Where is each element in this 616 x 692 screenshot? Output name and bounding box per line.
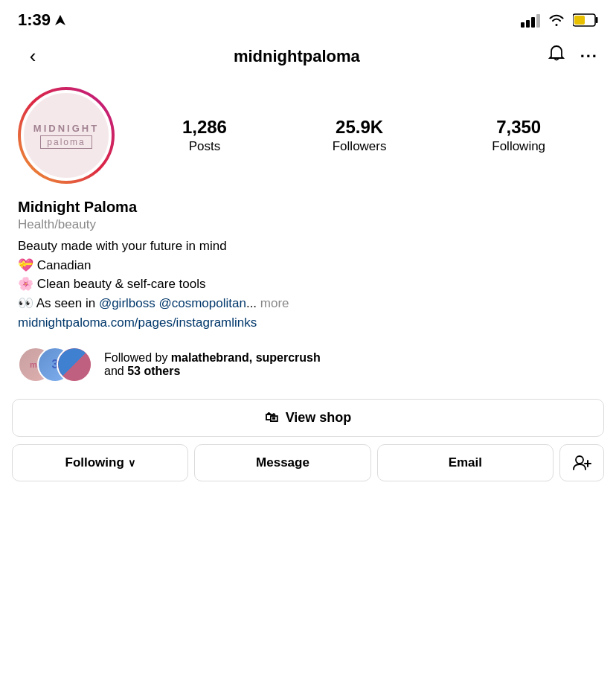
stat-posts[interactable]: 1,286 Posts	[182, 117, 227, 154]
bio-text: Beauty made with your future in mind 💝 C…	[18, 237, 598, 313]
follower-names[interactable]: malathebrand, supercrush	[171, 351, 321, 364]
mention-cosmopolitan[interactable]: @cosmopolitan	[158, 296, 246, 310]
bio-line-4: 👀 As seen in @girlboss @cosmopolitan... …	[18, 294, 598, 313]
following-count: 7,350	[496, 117, 541, 138]
status-bar: 1:39	[0, 0, 616, 37]
time-display: 1:39	[18, 10, 51, 30]
following-button[interactable]: Following ∨	[12, 444, 188, 481]
bio-link[interactable]: midnightpaloma.com/pages/instagramlinks	[18, 315, 598, 330]
avatar-brand-bottom: paloma	[40, 135, 92, 149]
followed-by-text: Followed by malathebrand, supercrushand …	[104, 351, 321, 378]
posts-count: 1,286	[182, 117, 227, 138]
nav-action-icons: ···	[546, 43, 598, 69]
action-buttons: 🛍 View shop Following ∨ Message Email	[0, 394, 616, 490]
avatar-wrapper[interactable]: MIDNIGHT paloma	[18, 87, 115, 184]
top-nav: ‹ midnightpaloma ···	[0, 37, 616, 78]
message-label: Message	[256, 455, 309, 470]
profile-header: MIDNIGHT paloma 1,286 Posts 25.9K Follow…	[0, 78, 616, 196]
following-label: Following	[65, 455, 124, 470]
chevron-down-icon: ∨	[128, 457, 135, 469]
battery-icon	[573, 13, 598, 27]
followed-by-section: ma 3 Followed by malathebrand, supercrus…	[0, 339, 616, 394]
wifi-icon	[548, 13, 565, 27]
followers-label: Followers	[333, 139, 387, 154]
message-button[interactable]: Message	[194, 444, 370, 481]
email-label: Email	[449, 455, 482, 470]
notification-bell-icon[interactable]	[546, 43, 567, 69]
profile-category: Health/beauty	[18, 217, 598, 232]
svg-marker-0	[55, 15, 65, 25]
view-shop-button[interactable]: 🛍 View shop	[12, 399, 604, 437]
view-shop-label: View shop	[286, 410, 352, 426]
stats-row: 1,286 Posts 25.9K Followers 7,350 Follow…	[129, 117, 598, 154]
following-label: Following	[492, 139, 545, 154]
posts-label: Posts	[189, 139, 221, 154]
followers-count: 25.9K	[336, 117, 383, 138]
back-button[interactable]: ‹	[18, 45, 48, 68]
svg-rect-3	[574, 16, 585, 25]
shop-bag-icon: 🛍	[265, 410, 278, 426]
bio-line-3: 🌸 Clean beauty & self-care tools	[18, 275, 598, 294]
location-arrow-icon	[55, 15, 65, 25]
more-options-icon[interactable]: ···	[580, 47, 598, 66]
svg-point-4	[576, 456, 583, 464]
bottom-action-row: Following ∨ Message Email	[12, 444, 604, 481]
stat-followers[interactable]: 25.9K Followers	[333, 117, 387, 154]
avatar-brand-top: MIDNIGHT	[33, 123, 99, 134]
add-friend-button[interactable]	[559, 444, 604, 481]
profile-display-name: Midnight Paloma	[18, 199, 598, 216]
avatar: MIDNIGHT paloma	[21, 90, 112, 181]
profile-username: midnightpaloma	[234, 47, 360, 66]
status-icons	[521, 13, 598, 28]
follower-avatars: ma 3	[18, 347, 83, 382]
bio-section: Midnight Paloma Health/beauty Beauty mad…	[0, 196, 616, 339]
bio-line-1: Beauty made with your future in mind	[18, 237, 598, 256]
status-time: 1:39	[18, 10, 65, 30]
bio-line-2: 💝 Canadian	[18, 256, 598, 275]
add-person-icon	[572, 455, 591, 471]
follower-avatar-3	[57, 347, 92, 382]
bio-more-button[interactable]: more	[260, 296, 289, 310]
stat-following[interactable]: 7,350 Following	[492, 117, 545, 154]
email-button[interactable]: Email	[377, 444, 554, 481]
mention-girlboss[interactable]: @girlboss	[99, 296, 155, 310]
svg-rect-2	[596, 17, 598, 23]
follower-others-count[interactable]: 53 others	[127, 365, 180, 377]
signal-icon	[521, 13, 540, 28]
